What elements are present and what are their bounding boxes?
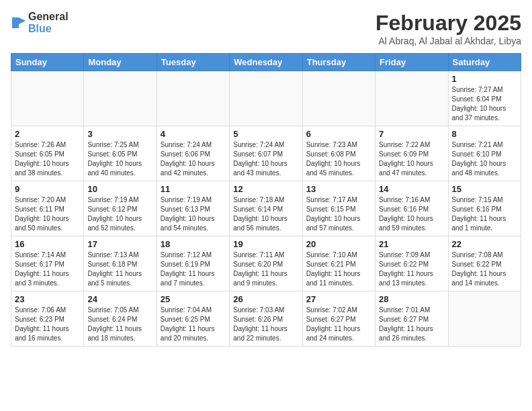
logo-blue: Blue [28,23,69,35]
calendar-cell [230,71,302,126]
day-number: 26 [233,294,298,304]
weekday-header: Saturday [448,54,521,71]
day-detail: Sunrise: 7:02 AM Sunset: 6:27 PM Dayligh… [306,306,371,343]
day-detail: Sunrise: 7:11 AM Sunset: 6:20 PM Dayligh… [233,250,298,288]
calendar-cell: 15Sunrise: 7:15 AM Sunset: 6:16 PM Dayli… [448,181,521,236]
day-number: 21 [379,239,444,249]
calendar-cell [375,71,448,126]
day-number: 16 [15,239,80,249]
weekday-header: Monday [84,54,157,71]
calendar-table: SundayMondayTuesdayWednesdayThursdayFrid… [11,53,521,347]
day-detail: Sunrise: 7:26 AM Sunset: 6:05 PM Dayligh… [15,140,80,178]
calendar-cell: 9Sunrise: 7:20 AM Sunset: 6:11 PM Daylig… [11,181,84,236]
day-detail: Sunrise: 7:24 AM Sunset: 6:07 PM Dayligh… [233,140,298,178]
calendar-week-row: 9Sunrise: 7:20 AM Sunset: 6:11 PM Daylig… [11,181,521,236]
day-number: 17 [87,239,152,249]
day-detail: Sunrise: 7:14 AM Sunset: 6:17 PM Dayligh… [15,250,80,288]
day-number: 15 [452,184,517,194]
day-detail: Sunrise: 7:16 AM Sunset: 6:16 PM Dayligh… [379,195,444,233]
calendar-cell: 2Sunrise: 7:26 AM Sunset: 6:05 PM Daylig… [11,126,84,181]
calendar-cell: 3Sunrise: 7:25 AM Sunset: 6:05 PM Daylig… [84,126,157,181]
calendar-cell: 17Sunrise: 7:13 AM Sunset: 6:18 PM Dayli… [84,236,157,291]
day-number: 10 [87,184,152,194]
calendar-cell: 26Sunrise: 7:03 AM Sunset: 6:26 PM Dayli… [230,291,302,347]
calendar-cell [84,71,157,126]
day-detail: Sunrise: 7:27 AM Sunset: 6:04 PM Dayligh… [452,85,517,123]
calendar-cell: 23Sunrise: 7:06 AM Sunset: 6:23 PM Dayli… [11,291,84,347]
calendar-cell: 8Sunrise: 7:21 AM Sunset: 6:10 PM Daylig… [448,126,521,181]
day-number: 22 [452,239,517,249]
day-detail: Sunrise: 7:24 AM Sunset: 6:06 PM Dayligh… [161,140,226,178]
day-number: 14 [379,184,444,194]
day-number: 7 [379,129,444,139]
weekday-header: Friday [375,54,448,71]
day-number: 18 [161,239,226,249]
calendar-cell: 12Sunrise: 7:18 AM Sunset: 6:14 PM Dayli… [230,181,302,236]
header: General Blue February 2025 Al Abraq, Al … [11,11,521,46]
day-number: 25 [161,294,226,304]
day-number: 3 [87,129,152,139]
day-detail: Sunrise: 7:25 AM Sunset: 6:05 PM Dayligh… [87,140,152,178]
day-detail: Sunrise: 7:13 AM Sunset: 6:18 PM Dayligh… [87,250,152,288]
month-title: February 2025 [375,11,521,36]
weekday-header: Wednesday [230,54,302,71]
calendar-cell: 19Sunrise: 7:11 AM Sunset: 6:20 PM Dayli… [230,236,302,291]
weekday-header: Tuesday [157,54,229,71]
calendar-cell [302,71,375,126]
day-number: 5 [233,129,298,139]
day-number: 9 [15,184,80,194]
calendar-cell: 21Sunrise: 7:09 AM Sunset: 6:22 PM Dayli… [375,236,448,291]
day-number: 11 [161,184,226,194]
day-detail: Sunrise: 7:17 AM Sunset: 6:15 PM Dayligh… [306,195,371,233]
day-detail: Sunrise: 7:15 AM Sunset: 6:16 PM Dayligh… [452,195,517,233]
day-detail: Sunrise: 7:23 AM Sunset: 6:08 PM Dayligh… [306,140,371,178]
weekday-header: Sunday [11,54,84,71]
page: General Blue February 2025 Al Abraq, Al … [0,0,532,352]
day-number: 6 [306,129,371,139]
day-detail: Sunrise: 7:10 AM Sunset: 6:21 PM Dayligh… [306,250,371,288]
calendar-cell: 4Sunrise: 7:24 AM Sunset: 6:06 PM Daylig… [157,126,229,181]
day-number: 8 [452,129,517,139]
day-detail: Sunrise: 7:20 AM Sunset: 6:11 PM Dayligh… [15,195,80,233]
day-number: 2 [15,129,80,139]
calendar-cell: 6Sunrise: 7:23 AM Sunset: 6:08 PM Daylig… [302,126,375,181]
calendar-cell: 10Sunrise: 7:19 AM Sunset: 6:12 PM Dayli… [84,181,157,236]
day-number: 12 [233,184,298,194]
calendar-cell: 22Sunrise: 7:08 AM Sunset: 6:22 PM Dayli… [448,236,521,291]
day-number: 24 [87,294,152,304]
calendar-cell: 11Sunrise: 7:19 AM Sunset: 6:13 PM Dayli… [157,181,229,236]
day-detail: Sunrise: 7:09 AM Sunset: 6:22 PM Dayligh… [379,250,444,288]
svg-marker-1 [19,17,26,24]
calendar-week-row: 16Sunrise: 7:14 AM Sunset: 6:17 PM Dayli… [11,236,521,291]
calendar-cell: 18Sunrise: 7:12 AM Sunset: 6:19 PM Dayli… [157,236,229,291]
day-detail: Sunrise: 7:03 AM Sunset: 6:26 PM Dayligh… [233,306,298,343]
calendar-cell: 5Sunrise: 7:24 AM Sunset: 6:07 PM Daylig… [230,126,302,181]
day-detail: Sunrise: 7:08 AM Sunset: 6:22 PM Dayligh… [452,250,517,288]
calendar-cell: 1Sunrise: 7:27 AM Sunset: 6:04 PM Daylig… [448,71,521,126]
day-number: 20 [306,239,371,249]
weekday-header: Thursday [302,54,375,71]
title-section: February 2025 Al Abraq, Al Jabal al Akhd… [375,11,521,46]
calendar-cell [448,291,521,347]
location: Al Abraq, Al Jabal al Akhdar, Libya [375,36,521,46]
calendar-cell: 24Sunrise: 7:05 AM Sunset: 6:24 PM Dayli… [84,291,157,347]
day-number: 4 [161,129,226,139]
calendar-cell: 7Sunrise: 7:22 AM Sunset: 6:09 PM Daylig… [375,126,448,181]
day-number: 1 [452,74,517,84]
day-detail: Sunrise: 7:05 AM Sunset: 6:24 PM Dayligh… [87,306,152,343]
day-number: 13 [306,184,371,194]
day-number: 23 [15,294,80,304]
day-number: 19 [233,239,298,249]
calendar-cell: 16Sunrise: 7:14 AM Sunset: 6:17 PM Dayli… [11,236,84,291]
logo: General Blue [11,11,69,34]
day-number: 28 [379,294,444,304]
calendar-week-row: 23Sunrise: 7:06 AM Sunset: 6:23 PM Dayli… [11,291,521,347]
day-detail: Sunrise: 7:22 AM Sunset: 6:09 PM Dayligh… [379,140,444,178]
calendar-cell: 14Sunrise: 7:16 AM Sunset: 6:16 PM Dayli… [375,181,448,236]
calendar-cell [11,71,84,126]
calendar-cell [157,71,229,126]
day-detail: Sunrise: 7:06 AM Sunset: 6:23 PM Dayligh… [15,306,80,343]
calendar-cell: 27Sunrise: 7:02 AM Sunset: 6:27 PM Dayli… [302,291,375,347]
svg-rect-0 [12,17,19,28]
day-detail: Sunrise: 7:01 AM Sunset: 6:27 PM Dayligh… [379,306,444,343]
